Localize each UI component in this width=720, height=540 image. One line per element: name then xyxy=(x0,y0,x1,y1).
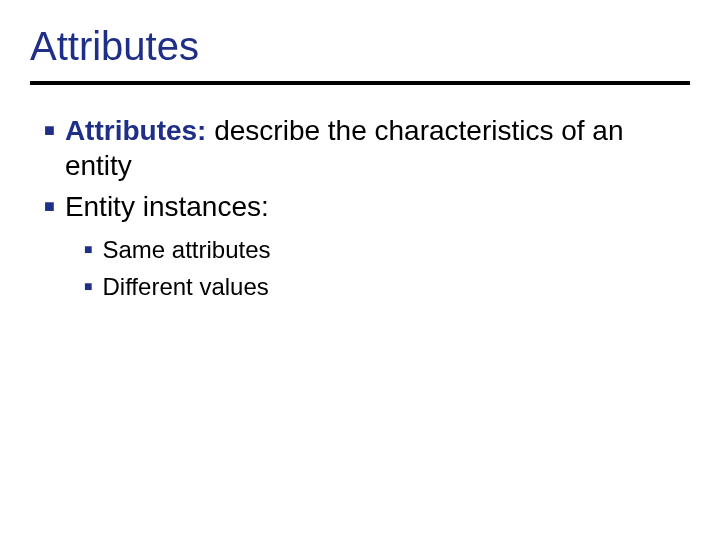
sub-bullet-item: ■ Same attributes xyxy=(84,234,690,265)
square-bullet-icon: ■ xyxy=(84,240,92,258)
bullet-list-level2: ■ Same attributes ■ Different values xyxy=(30,234,690,302)
bullet-text: Attributes: describe the characteristics… xyxy=(65,113,690,183)
slide: Attributes ■ Attributes: describe the ch… xyxy=(0,0,720,540)
square-bullet-icon: ■ xyxy=(84,277,92,295)
bullet-rest: Entity instances: xyxy=(65,191,269,222)
square-bullet-icon: ■ xyxy=(44,195,55,218)
bullet-item: ■ Attributes: describe the characteristi… xyxy=(44,113,690,183)
bullet-text: Entity instances: xyxy=(65,189,269,224)
square-bullet-icon: ■ xyxy=(44,119,55,142)
bullet-item: ■ Entity instances: xyxy=(44,189,690,224)
bullet-list-level1: ■ Attributes: describe the characteristi… xyxy=(30,113,690,224)
slide-title: Attributes xyxy=(30,24,690,79)
sub-bullet-text: Same attributes xyxy=(102,234,270,265)
sub-bullet-item: ■ Different values xyxy=(84,271,690,302)
title-underline xyxy=(30,81,690,85)
sub-bullet-text: Different values xyxy=(102,271,268,302)
bullet-lead-bold: Attributes: xyxy=(65,115,207,146)
